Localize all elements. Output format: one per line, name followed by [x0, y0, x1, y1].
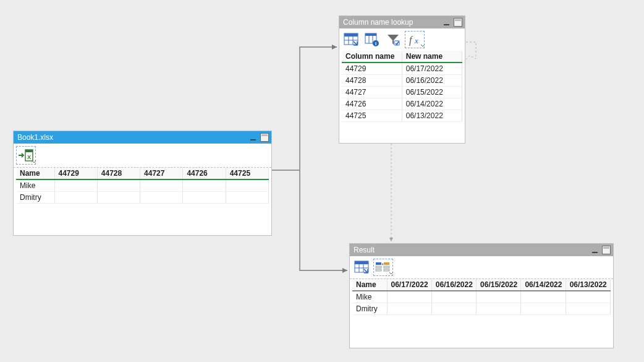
maximize-button[interactable]	[602, 246, 611, 254]
table-row[interactable]: 4472806/16/2022	[342, 75, 462, 87]
maximize-button[interactable]	[454, 18, 462, 27]
col-header[interactable]: 06/16/2022	[431, 279, 476, 291]
col-header[interactable]: 44727	[140, 168, 183, 179]
panel-result[interactable]: Result	[349, 243, 614, 348]
table-info-icon: i	[365, 33, 379, 46]
cell: Mike	[352, 291, 387, 303]
cell	[97, 179, 140, 192]
svg-rect-25	[384, 262, 389, 265]
svg-rect-4	[344, 33, 358, 37]
chevron-down-icon	[420, 43, 425, 48]
cell: Dmitry	[16, 192, 54, 204]
cell	[431, 303, 476, 315]
cell: 44726	[342, 98, 402, 110]
cell: 06/15/2022	[402, 87, 462, 98]
cell: 06/17/2022	[402, 62, 462, 75]
svg-rect-9	[365, 33, 376, 36]
table-icon	[354, 261, 369, 274]
col-header[interactable]: New name	[402, 51, 462, 62]
col-header[interactable]: 44729	[54, 168, 97, 179]
table-button[interactable]	[352, 259, 371, 276]
cell	[226, 179, 268, 192]
table-button[interactable]	[342, 31, 360, 48]
table-row[interactable]: 4472706/15/2022	[342, 87, 462, 98]
cell	[140, 192, 183, 204]
col-header[interactable]: 06/15/2022	[477, 279, 521, 291]
cell: 44728	[342, 75, 402, 87]
cell	[566, 303, 610, 315]
cell	[387, 303, 431, 315]
source-table[interactable]: Name 44729 44728 44727 44726 44725 Mike …	[16, 168, 269, 204]
minimize-button[interactable]	[590, 247, 600, 253]
svg-text:X: X	[27, 154, 31, 160]
cell	[566, 291, 610, 303]
lookup-table[interactable]: Column name New name 4472906/17/2022 447…	[342, 51, 462, 122]
cell	[54, 179, 97, 192]
chevron-down-icon	[32, 160, 36, 165]
table-row[interactable]: Mike	[16, 179, 269, 192]
table-row[interactable]: Dmitry	[16, 192, 269, 204]
chevron-down-icon	[389, 271, 394, 276]
cell	[183, 179, 226, 192]
filter-icon	[386, 33, 400, 46]
result-table[interactable]: Name 06/17/2022 06/16/2022 06/15/2022 06…	[352, 279, 611, 315]
cell	[140, 179, 183, 192]
svg-text:x: x	[414, 36, 418, 45]
panel-source-toolbar: X	[14, 144, 271, 167]
minimize-button[interactable]	[248, 134, 258, 140]
col-header[interactable]: 44728	[97, 168, 140, 179]
cell	[54, 192, 97, 204]
cell: Dmitry	[352, 303, 387, 315]
svg-rect-18	[355, 261, 368, 264]
svg-rect-22	[376, 262, 381, 265]
col-header[interactable]: 06/13/2022	[566, 279, 610, 291]
cell	[226, 192, 268, 204]
col-header[interactable]: 44725	[226, 168, 268, 179]
panel-source[interactable]: Book1.xlsx X Name 44729 44728 44727 44	[13, 131, 272, 236]
panel-result-title: Result	[354, 246, 375, 254]
panel-result-toolbar	[350, 256, 613, 278]
cell	[477, 303, 521, 315]
cell	[183, 192, 226, 204]
col-header[interactable]: Name	[352, 279, 387, 291]
svg-rect-26	[384, 266, 389, 268]
col-header[interactable]: Column name	[342, 51, 402, 62]
col-header[interactable]: 06/17/2022	[387, 279, 431, 291]
formula-button[interactable]: f x	[405, 31, 425, 48]
table-row[interactable]: 4472906/17/2022	[342, 62, 462, 75]
source-table-header-row: Name 44729 44728 44727 44726 44725	[16, 168, 269, 179]
table-info-button[interactable]: i	[363, 31, 381, 48]
cell: 06/14/2022	[402, 98, 462, 110]
col-header[interactable]: 44726	[183, 168, 226, 179]
svg-text:f: f	[409, 35, 413, 46]
cell: 44729	[342, 62, 402, 75]
maximize-button[interactable]	[260, 133, 269, 142]
cell	[477, 291, 521, 303]
table-row[interactable]: 4472606/14/2022	[342, 98, 462, 110]
panel-source-titlebar[interactable]: Book1.xlsx	[14, 131, 271, 144]
col-header[interactable]: 06/14/2022	[521, 279, 566, 291]
panel-result-titlebar[interactable]: Result	[350, 244, 613, 256]
panel-lookup[interactable]: Column name lookup i	[339, 15, 465, 144]
svg-rect-1	[25, 150, 33, 152]
table-row[interactable]: Dmitry	[352, 303, 611, 315]
cell: 44727	[342, 87, 402, 98]
svg-text:i: i	[375, 41, 376, 46]
import-excel-button[interactable]: X	[16, 146, 36, 165]
table-icon	[344, 33, 358, 46]
svg-rect-23	[376, 266, 381, 268]
cell	[387, 291, 431, 303]
table-row[interactable]: Mike	[352, 291, 611, 303]
cell	[521, 291, 566, 303]
filter-button[interactable]	[384, 31, 402, 48]
panel-source-title: Book1.xlsx	[17, 133, 53, 142]
table-row[interactable]: 4472506/13/2022	[342, 110, 462, 122]
panel-lookup-titlebar[interactable]: Column name lookup	[339, 16, 465, 28]
cell	[431, 291, 476, 303]
minimize-button[interactable]	[441, 19, 451, 25]
panel-lookup-toolbar: i f x	[339, 28, 465, 51]
rename-columns-button[interactable]	[373, 259, 393, 276]
svg-rect-24	[376, 269, 381, 271]
col-header[interactable]: Name	[16, 168, 54, 179]
cell: Mike	[16, 179, 54, 192]
